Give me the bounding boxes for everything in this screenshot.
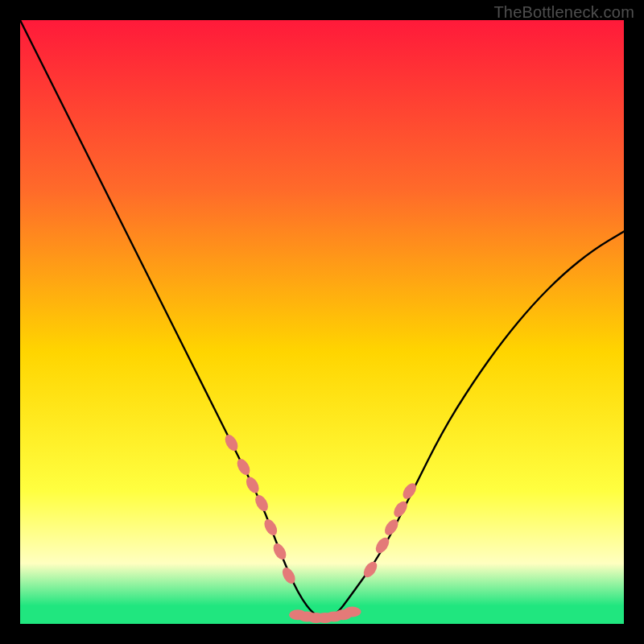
plot-area [20, 20, 624, 624]
data-marker [344, 607, 361, 617]
chart-svg [20, 20, 624, 624]
chart-frame: TheBottleneck.com [0, 0, 644, 644]
watermark-text: TheBottleneck.com [493, 3, 634, 22]
gradient-bg [20, 20, 624, 624]
